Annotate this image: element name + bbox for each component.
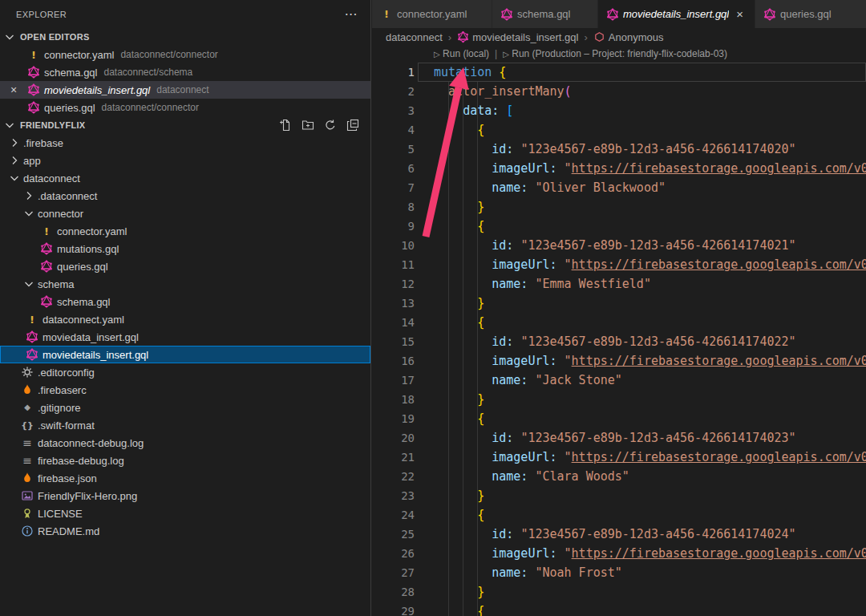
file-queries-gql[interactable]: queries.gql [0, 257, 370, 275]
open-editor-connector-yaml[interactable]: !connector.yamldataconnect/connector [0, 46, 370, 63]
file-moviedata-insert-gql[interactable]: moviedata_insert.gql [0, 328, 370, 346]
code-line-20[interactable]: 20 id: "123e4567-e89b-12d3-a456-42661417… [372, 428, 866, 448]
item-label: .firebase [23, 137, 63, 149]
graphql-icon [457, 31, 469, 43]
line-number: 5 [372, 140, 415, 159]
chevron-down-icon [22, 207, 35, 220]
breadcrumb-item-anonymous[interactable]: Anonymous [593, 31, 664, 43]
codelens-run-link-0[interactable]: ▷ Run (local) [434, 48, 489, 59]
line-text: id: "123e4567-e89b-12d3-a456-42661417402… [415, 525, 866, 544]
folder-dataconnect[interactable]: dataconnect [0, 169, 370, 187]
code-line-5[interactable]: 5 id: "123e4567-e89b-12d3-a456-426614174… [372, 140, 866, 159]
file-connector-yaml[interactable]: !connector.yaml [0, 222, 370, 240]
code-line-26[interactable]: 26 imageUrl: "https://firebasestorage.go… [372, 544, 866, 563]
file-license[interactable]: LICENSE [0, 505, 370, 522]
file-schema-gql[interactable]: schema.gql [0, 293, 370, 310]
codelens-run-link-1[interactable]: ▷ Run (Production – Project: friendly-fl… [503, 48, 727, 59]
breadcrumb-item-dataconnect[interactable]: dataconnect [386, 31, 443, 43]
file-dataconnect-debug-log[interactable]: ≡dataconnect-debug.log [0, 434, 370, 452]
code-line-22[interactable]: 22 name: "Clara Woods" [372, 467, 866, 486]
open-editor-moviedetails-insert-gql[interactable]: ×moviedetails_insert.gqldataconnect [0, 81, 370, 99]
item-label: LICENSE [38, 508, 83, 520]
code-line-14[interactable]: 14 { [372, 313, 866, 332]
code-line-2[interactable]: 2 actor_insertMany( [372, 82, 866, 101]
item-label: moviedetails_insert.gql [42, 349, 148, 361]
code-line-15[interactable]: 15 id: "123e4567-e89b-12d3-a456-42661417… [372, 332, 866, 351]
file-dataconnect-yaml[interactable]: !dataconnect.yaml [0, 310, 370, 328]
open-editor-queries-gql[interactable]: queries.gqldataconnect/connector [0, 99, 370, 116]
file-gitignore[interactable]: ◆.gitignore [0, 399, 370, 416]
code-line-25[interactable]: 25 id: "123e4567-e89b-12d3-a456-42661417… [372, 525, 866, 544]
warning-icon: ! [27, 48, 40, 61]
tab-schema-gql[interactable]: schema.gql [492, 0, 598, 28]
graphql-icon [27, 83, 40, 96]
chevron-down-icon [8, 172, 21, 184]
code-line-21[interactable]: 21 imageUrl: "https://firebasestorage.go… [372, 448, 866, 467]
code-line-18[interactable]: 18 } [372, 390, 866, 409]
item-label: .dataconnect [38, 190, 97, 202]
open-editor-schema-gql[interactable]: schema.gqldataconnect/schema [0, 63, 370, 81]
code-line-9[interactable]: 9 { [372, 217, 866, 236]
open-editor-label: schema.gql [44, 67, 97, 79]
tab-moviedetails-insert-gql[interactable]: moviedetails_insert.gql× [598, 0, 755, 28]
close-icon[interactable]: × [7, 81, 20, 99]
codelens-separator: | [495, 48, 497, 59]
code-line-27[interactable]: 27 name: "Noah Frost" [372, 563, 866, 582]
code-line-16[interactable]: 16 imageUrl: "https://firebasestorage.go… [372, 351, 866, 371]
code-line-19[interactable]: 19 { [372, 409, 866, 428]
breadcrumb-label: moviedetails_insert.gql [472, 31, 578, 43]
file-moviedetails-insert-gql[interactable]: moviedetails_insert.gql [0, 346, 370, 363]
code-area[interactable]: ▷ Run (local)|▷ Run (Production – Projec… [372, 46, 866, 616]
more-actions-icon[interactable]: ⋯ [345, 8, 358, 21]
code-line-10[interactable]: 10 id: "123e4567-e89b-12d3-a456-42661417… [372, 236, 866, 255]
graphql-icon [40, 260, 53, 273]
folder-dataconnect[interactable]: .dataconnect [0, 187, 370, 205]
symbol-operation-icon [593, 31, 605, 43]
code-line-1[interactable]: 1mutation { [372, 63, 866, 82]
file-swift-format[interactable]: {}.swift-format [0, 416, 370, 434]
code-line-11[interactable]: 11 imageUrl: "https://firebasestorage.go… [372, 255, 866, 274]
collapse-all-icon[interactable] [346, 119, 359, 132]
item-label: .gitignore [38, 402, 80, 414]
code-line-23[interactable]: 23 } [372, 486, 866, 505]
folder-schema[interactable]: schema [0, 275, 370, 293]
open-editor-path: dataconnect [156, 84, 208, 95]
new-file-icon[interactable] [279, 119, 292, 132]
file-mutations-gql[interactable]: mutations.gql [0, 240, 370, 257]
code-line-4[interactable]: 4 { [372, 120, 866, 140]
folder-app[interactable]: app [0, 152, 370, 169]
code-line-8[interactable]: 8 } [372, 197, 866, 217]
code-line-12[interactable]: 12 name: "Emma Westfield" [372, 274, 866, 294]
explorer-sidebar: EXPLORER ⋯ OPEN EDITORS !connector.yamld… [0, 0, 371, 616]
code-line-29[interactable]: 29 { [372, 602, 866, 616]
item-label: FriendlyFlix-Hero.png [38, 490, 137, 502]
new-folder-icon[interactable] [301, 119, 314, 132]
warning-icon: ! [380, 8, 393, 21]
code-line-28[interactable]: 28 } [372, 582, 866, 602]
open-editors-header[interactable]: OPEN EDITORS [0, 28, 370, 46]
line-number: 19 [372, 409, 415, 428]
file-firebaserc[interactable]: .firebaserc [0, 381, 370, 399]
file-editorconfig[interactable]: .editorconfig [0, 363, 370, 381]
code-line-17[interactable]: 17 name: "Jack Stone" [372, 371, 866, 390]
line-text: { [415, 602, 866, 616]
folder-connector[interactable]: connector [0, 205, 370, 222]
close-icon[interactable]: × [736, 7, 743, 21]
code-line-24[interactable]: 24 { [372, 505, 866, 525]
file-firebase-debug-log[interactable]: ≡firebase-debug.log [0, 452, 370, 469]
folder-firebase[interactable]: .firebase [0, 134, 370, 152]
tab-queries-gql[interactable]: queries.gql [755, 0, 866, 28]
code-line-3[interactable]: 3 data: [ [372, 101, 866, 120]
line-number: 3 [372, 101, 415, 120]
code-line-13[interactable]: 13 } [372, 294, 866, 313]
refresh-icon[interactable] [324, 119, 337, 132]
line-number: 1 [372, 63, 415, 82]
file-friendlyflix-hero-png[interactable]: FriendlyFlix-Hero.png [0, 487, 370, 505]
file-readme-md[interactable]: README.md [0, 522, 370, 540]
code-line-6[interactable]: 6 imageUrl: "https://firebasestorage.goo… [372, 159, 866, 178]
breadcrumb-item-moviedetails-insert-gql[interactable]: moviedetails_insert.gql [457, 31, 578, 43]
tab-connector-yaml[interactable]: !connector.yaml [372, 0, 492, 28]
file-firebase-json[interactable]: firebase.json [0, 469, 370, 487]
friendlyflix-header[interactable]: FRIENDLYFLIX [0, 116, 370, 134]
code-line-7[interactable]: 7 name: "Oliver Blackwood" [372, 178, 866, 197]
